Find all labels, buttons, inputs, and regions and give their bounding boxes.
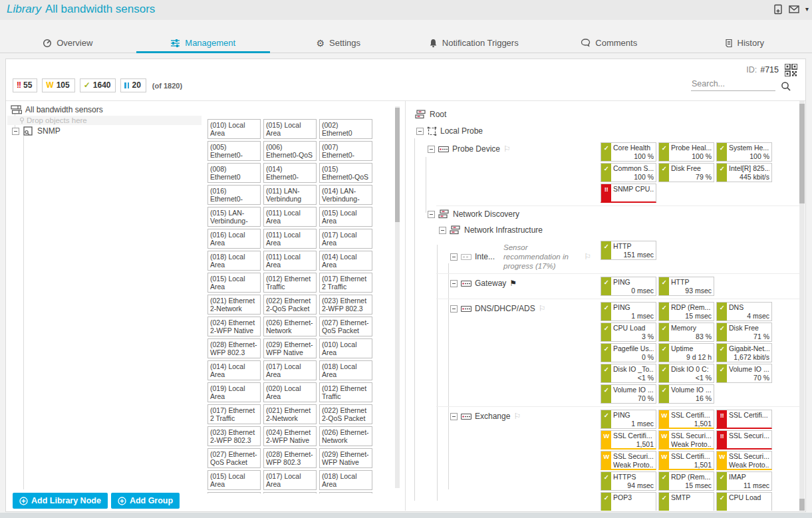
sensor-box[interactable]: ✓Disk IO _To...<1 % [601, 364, 656, 383]
bandwidth-sensor-item[interactable]: (021) Ethernet 2-Network [207, 295, 261, 315]
device-row-dns-dhcp-ads[interactable]: DNS/DHCP/ADS ⚐ [411, 302, 601, 313]
bandwidth-sensor-item[interactable]: (014) Local Area [319, 251, 372, 271]
sensor-box[interactable]: ✓PING0 msec [601, 277, 656, 296]
bandwidth-sensor-item[interactable]: (011) LAN-Verbindung [263, 185, 317, 205]
bandwidth-sensor-item[interactable]: (029) Ethernet-WFP Native [319, 448, 372, 468]
error-count-badge[interactable]: !!55 [13, 78, 37, 92]
tree-probe-row[interactable]: Local Probe [411, 122, 801, 140]
sensor-box[interactable]: ✓Disk IO 0 C:<1 % [658, 364, 714, 383]
device-row-exchange[interactable]: Exchange ⚐ [411, 410, 601, 421]
right-scrollbar-thumb[interactable] [799, 104, 805, 203]
bandwidth-sensor-item[interactable]: (014) Local Area [319, 492, 372, 493]
bandwidth-sensor-item[interactable]: (015) Ethernet0-QoS Packet [319, 163, 372, 183]
sensor-box[interactable]: ✓Intel[R] 825...445 kbit/s [716, 163, 772, 182]
sensor-box[interactable]: ✓System He...100 % [716, 142, 772, 162]
flag-outline-icon[interactable]: ⚐ [503, 145, 511, 153]
bandwidth-sensor-item[interactable]: (010) Local Area [207, 119, 261, 139]
bandwidth-sensor-item[interactable]: (016) Ethernet0-WFP 802.3 [207, 185, 261, 205]
flag-outline-icon[interactable]: ⚐ [584, 253, 591, 261]
collapse-icon[interactable] [428, 211, 435, 218]
bandwidth-sensor-item[interactable]: (027) Ethernet-QoS Packet [207, 448, 261, 468]
sensor-box[interactable]: ✓HTTPS94 msec [601, 471, 656, 491]
collapse-icon[interactable] [450, 413, 458, 420]
sensor-box[interactable]: ✓RDP (Rem...15 msec [658, 302, 714, 321]
library-root-node[interactable]: All bandwidth sensors [11, 105, 103, 114]
library-node-snmp[interactable]: SNMP [12, 126, 61, 136]
bandwidth-sensor-item[interactable]: (014) LAN-Verbindung-QoS [319, 185, 372, 205]
new-report-icon[interactable] [773, 4, 783, 15]
flag-outline-icon[interactable]: ⚐ [539, 305, 546, 313]
bandwidth-sensor-item[interactable]: (010) Local Area [319, 338, 372, 358]
tab-comments[interactable]: Comments [541, 33, 677, 53]
paused-count-badge[interactable]: 20 [120, 78, 146, 92]
qr-code-icon[interactable] [785, 64, 797, 76]
sensor-box[interactable]: WSSL Securi...Weak Proto... [601, 451, 656, 470]
bandwidth-sensor-item[interactable]: (018) Local Area [319, 470, 372, 490]
bandwidth-sensor-item[interactable]: (021) Ethernet 2-Network [263, 404, 317, 424]
bandwidth-sensor-item[interactable]: (026) Ethernet-Network [263, 317, 317, 336]
sensor-box[interactable]: ✓Disk Free79 % [658, 163, 714, 182]
sensor-box[interactable]: ✓Probe Heal...100 % [658, 142, 714, 162]
collapse-icon[interactable] [428, 146, 435, 153]
bandwidth-sensor-item[interactable]: (022) Ethernet 2-QoS Packet [263, 295, 317, 315]
bandwidth-sensor-item[interactable]: (023) Ethernet 2-WFP 802.3 [207, 426, 261, 446]
bandwidth-sensor-item[interactable]: (016) Local Area [207, 229, 261, 249]
bandwidth-sensor-item[interactable]: (024) Ethernet 2-WFP Native [263, 426, 317, 446]
sensor-box[interactable]: ✓HTTP93 msec [658, 277, 714, 296]
sensor-box[interactable]: !!SNMP CPU... [601, 184, 656, 203]
bandwidth-sensor-item[interactable]: (018) Local Area [207, 251, 261, 271]
bandwidth-sensor-item[interactable]: (017) Ethernet 2 Traffic [207, 404, 261, 424]
bandwidth-sensor-item[interactable]: (011) Local Area [263, 229, 317, 249]
collapse-icon[interactable] [12, 128, 19, 135]
chevron-down-icon[interactable]: ▾ [805, 6, 809, 13]
sensor-box[interactable]: ✓POP3 [601, 492, 656, 511]
bandwidth-sensor-item[interactable]: (028) Ethernet-WFP 802.3 [263, 448, 317, 468]
left-scrollbar[interactable] [395, 106, 400, 488]
sensor-box[interactable]: WSSL Certifi...1,501 [658, 451, 714, 470]
sensor-box[interactable]: ✓Disk Free71 % [716, 323, 772, 342]
sensor-box[interactable]: ✓SMTP [658, 492, 714, 511]
sensor-box[interactable]: ✓Gigabit-Net...1,672 kbit/s [716, 343, 772, 362]
right-scrollbar[interactable] [799, 101, 805, 511]
collapse-icon[interactable] [416, 128, 424, 135]
collapse-icon[interactable] [439, 227, 446, 234]
bandwidth-sensor-item[interactable]: (017) Local Area [263, 470, 317, 490]
sensor-box[interactable]: ✓Common S...100 % [601, 163, 656, 182]
bandwidth-sensor-item[interactable]: (023) Ethernet 2-WFP 802.3 [319, 295, 372, 315]
collapse-icon[interactable] [450, 280, 458, 287]
bandwidth-sensor-item[interactable]: (012) Ethernet Traffic [263, 273, 317, 293]
left-scrollbar-thumb[interactable] [395, 108, 400, 222]
sensor-box[interactable]: ✓Volume IO ...16 % [658, 384, 714, 404]
bandwidth-sensor-item[interactable]: (015) Local Area [207, 470, 261, 490]
sensor-box[interactable]: ✓PING1 msec [601, 302, 656, 321]
device-row-probe-device[interactable]: Probe Device ⚐ [411, 142, 601, 154]
email-icon[interactable] [789, 5, 799, 13]
bandwidth-sensor-item[interactable]: (014) Local Area [207, 360, 261, 380]
sensor-box[interactable]: WSSL Securi...Weak Proto... [658, 430, 714, 450]
tree-group-network-infrastructure[interactable]: Network Infrastructure [411, 222, 801, 238]
sensor-box[interactable]: ✓PING1 msec [601, 410, 656, 429]
bandwidth-sensor-item[interactable]: (027) Ethernet-QoS Packet [319, 317, 372, 336]
sensor-box[interactable]: ✓Volume IO ...70 % [601, 384, 656, 404]
bandwidth-sensor-item[interactable]: (017) Local Area [263, 360, 317, 380]
add-group-button[interactable]: Add Group [111, 493, 180, 509]
search-icon[interactable] [781, 81, 791, 91]
sensor-box[interactable]: WSSL Certifi...1,501 [601, 430, 656, 450]
bandwidth-sensor-item[interactable]: (007) Ethernet0-WFP 802.3 [319, 141, 372, 161]
tab-notification-triggers[interactable]: Notification Triggers [406, 33, 542, 53]
sensor-box[interactable]: ✓Memory83 % [658, 323, 714, 342]
bandwidth-sensor-item[interactable]: (006) Ethernet0-QoS Packet [263, 141, 317, 161]
sensor-box[interactable]: ✓CPU Load3 % [601, 323, 656, 342]
bandwidth-sensor-item[interactable]: (022) Ethernet 2-QoS Packet [319, 404, 372, 424]
tab-management[interactable]: Management [136, 33, 271, 53]
sensor-box[interactable]: ✓DNS4 msec [716, 302, 772, 321]
bandwidth-sensor-item[interactable]: (026) Ethernet-Network [319, 426, 372, 446]
tree-root-row[interactable]: Root [411, 106, 801, 122]
flag-filled-icon[interactable]: ⚑ [509, 279, 517, 287]
sensor-box[interactable]: ✓Volume IO ...70 % [716, 364, 772, 383]
sensor-box[interactable]: ✓RDP (Rem...15 msec [658, 471, 714, 491]
search-input[interactable] [691, 78, 775, 91]
add-library-node-button[interactable]: Add Library Node [13, 493, 108, 509]
flag-outline-icon[interactable]: ⚐ [513, 412, 521, 420]
right-scrollbar-end[interactable] [799, 499, 805, 511]
